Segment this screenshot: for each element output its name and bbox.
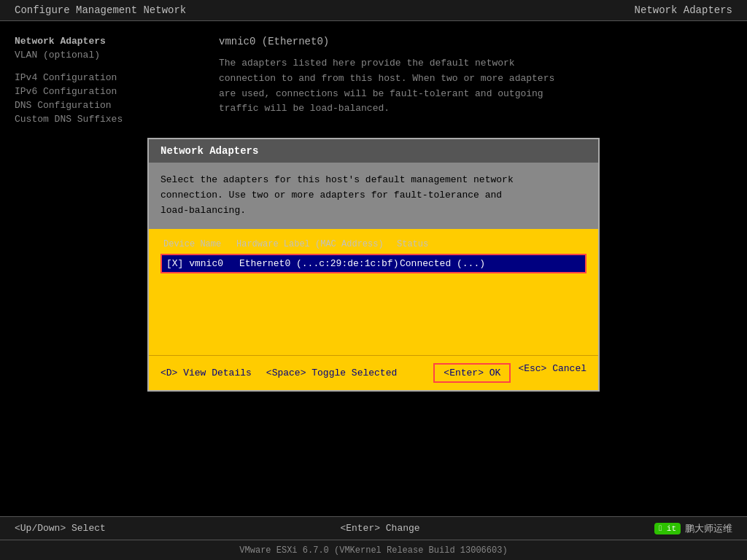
view-details-action[interactable]: <D> View Details: [160, 368, 252, 378]
modal-overlay: Network Adapters Select the adapters for…: [0, 21, 747, 508]
row-status: Connected (...): [400, 258, 581, 269]
row-device: [X] vmnic0: [166, 258, 239, 269]
col-header-hardware: Hardware Label (MAC Address): [236, 239, 397, 249]
footer-text: VMware ESXi 6.7.0 (VMKernel Release Buil…: [239, 545, 507, 556]
toggle-selected-action[interactable]: <Space> Toggle Selected: [266, 368, 397, 378]
cancel-button[interactable]: <Esc> Cancel: [518, 363, 587, 383]
wechat-label: it: [667, 524, 676, 533]
modal-spacer: [149, 282, 598, 355]
ok-button[interactable]: <Enter> OK: [433, 363, 511, 383]
bottom-status-bar: <Up/Down> Select <Enter> Change  it 鹏大师…: [0, 516, 747, 540]
logo-text: 鹏大师运维: [685, 522, 732, 535]
top-bar: Configure Management Network Network Ada…: [0, 0, 747, 21]
modal-description: Select the adapters for this host's defa…: [149, 163, 598, 228]
top-bar-right: Network Adapters: [635, 4, 732, 16]
status-right: <Enter> Change: [340, 523, 419, 534]
modal-table-area: Device Name Hardware Label (MAC Address)…: [149, 229, 598, 282]
status-left: <Up/Down> Select: [15, 523, 106, 534]
table-row[interactable]: [X] vmnic0 Ethernet0 (...c:29:de:1c:bf) …: [160, 254, 587, 273]
modal-header: Network Adapters: [149, 139, 598, 163]
footer-bar: VMware ESXi 6.7.0 (VMKernel Release Buil…: [0, 540, 747, 560]
footer-actions: <D> View Details <Space> Toggle Selected: [160, 368, 397, 378]
network-adapters-modal: Network Adapters Select the adapters for…: [147, 138, 600, 391]
top-bar-left: Configure Management Network: [15, 4, 186, 16]
table-header-row: Device Name Hardware Label (MAC Address)…: [160, 238, 587, 251]
footer-buttons: <Enter> OK <Esc> Cancel: [433, 363, 587, 383]
main-content: Network Adapters VLAN (optional) IPv4 Co…: [0, 21, 747, 508]
logo-area:  it 鹏大师运维: [654, 522, 732, 535]
wechat-badge:  it: [654, 523, 681, 534]
modal-footer: <D> View Details <Space> Toggle Selected…: [149, 355, 598, 390]
row-hardware: Ethernet0 (...c:29:de:1c:bf): [239, 258, 400, 269]
modal-title: Network Adapters: [160, 145, 258, 157]
col-header-status: Status: [397, 239, 584, 249]
col-header-device: Device Name: [163, 239, 236, 249]
wechat-icon: : [659, 524, 664, 533]
